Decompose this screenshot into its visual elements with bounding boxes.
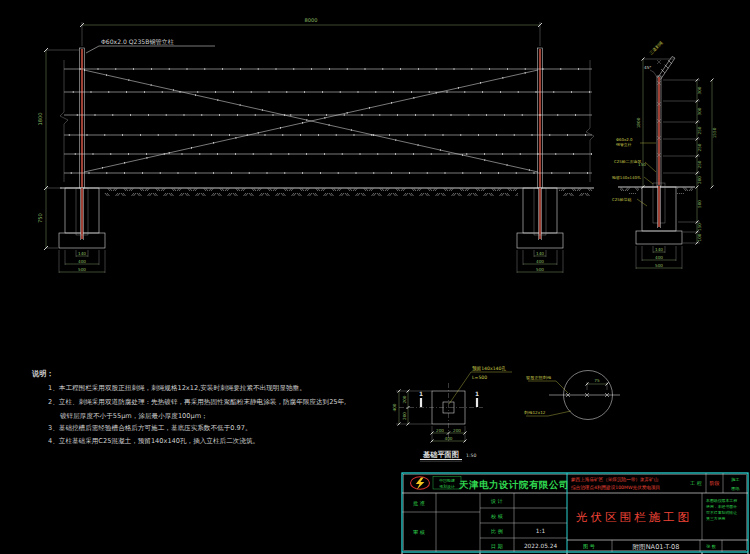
dim-hole-width: 140	[655, 247, 663, 252]
usage-note-4: 第三方使用	[706, 516, 726, 521]
stage-value-2: 图纸	[731, 486, 739, 491]
cad-canvas: 8000 Φ60x2.0 Q235B钢管立柱 1800 750	[0, 0, 750, 554]
notes-title: 说明：	[31, 369, 54, 378]
drawing-title: 光伏区围栏施工图	[576, 510, 692, 524]
label-date: 日 期	[491, 543, 503, 549]
arm-label: 三道刺绳	[648, 40, 664, 56]
project-name-line1: 蒙西上海庙矿区（采煤沉陷一带）废弃矿山	[571, 476, 659, 483]
detail-label-foundation: C25砼基础	[612, 197, 631, 202]
label-approve: 批 准	[413, 500, 425, 507]
label-review: 审 核	[413, 529, 425, 535]
label-stage: 阶段	[709, 480, 719, 486]
post-section-detail: 45° 三道刺绳 300 300 250 250 250 200 500 150…	[612, 40, 717, 269]
note-line-3: 3、基础挖槽后需经验槽合格后方可施工，基底压实系数不低于0.97。	[48, 424, 252, 432]
label-project: 工 程	[690, 480, 702, 486]
company-name: 天津电力设计院有限公司	[458, 479, 569, 490]
ground-hatch	[677, 188, 693, 195]
dim-barb-spacing: 75	[594, 378, 600, 383]
dim-base-width: 500	[78, 267, 86, 272]
cad-drawing-viewport: 8000 Φ60x2.0 Q235B钢管立柱 1800 750	[0, 0, 750, 554]
usage-note-3: 可不得复制或转让	[706, 510, 737, 515]
dim-plan-half: 200	[436, 428, 444, 433]
plan-view-title: 基础平面图	[422, 450, 459, 459]
dim-hole-width: 140	[536, 251, 544, 256]
dim-wire-gap: 250	[697, 126, 702, 134]
dim-wire-gap: 250	[697, 160, 702, 168]
company-logo-icon	[411, 477, 430, 490]
label-scale: 比 例	[491, 528, 503, 535]
diagonal-brace-wires	[84, 70, 538, 172]
dim-plan-half: 200	[402, 395, 407, 403]
dim-base-width: 500	[536, 267, 544, 272]
dim-embed-depth: 750	[37, 213, 43, 223]
detail-label-post-spec2: 钢管立柱	[615, 142, 632, 147]
break-symbol-right	[586, 60, 594, 182]
dim-found-step: 150	[697, 223, 702, 231]
foundation-plan-detail: 1 1 200 200 400 200 200 400 预留140x140孔 L…	[392, 365, 512, 461]
dim-base-depth: 100	[697, 233, 702, 241]
dim-arm-angle: 45°	[644, 65, 651, 70]
dim-plan-half: 200	[453, 428, 461, 433]
scale-value: 1:1	[536, 528, 546, 534]
note-line-2: 2、立柱、刺绳采用双道防腐处理：先热镀锌，再采用热固性聚酯粉末静电涂装，防腐年限…	[48, 398, 346, 406]
date-value: 2022.05.24	[524, 543, 558, 549]
dim-fence-height: 1800	[37, 113, 43, 126]
detail-bottom-dims: 140 400 500	[636, 246, 682, 269]
usage-note-1: 本图纸仅限本工程	[705, 498, 737, 503]
detail-label-hole: 预留140x140孔	[612, 175, 641, 180]
label-design: 设 计	[490, 498, 503, 504]
dim-plan-total: 400	[392, 403, 397, 411]
label-figure-no: 图 号	[583, 543, 595, 549]
post-spec-label: Φ60x2.0 Q235B钢管立柱	[101, 38, 175, 46]
wire-gauge-label: 刺绳12x12	[524, 410, 546, 415]
chain-extension-lines	[663, 80, 700, 243]
plan-leader-depth: L=500	[472, 375, 487, 380]
ground-hatch	[620, 188, 639, 195]
logo-text-top: 中国能建	[439, 478, 455, 483]
label-check: 校 核	[490, 513, 503, 519]
dim-overall-span: 8000	[305, 17, 318, 23]
plan-leader-hole: 预留140x140孔	[472, 365, 506, 372]
title-block: 中国能建 规划设计 天津电力设计院有限公司 批 准 审 核 设 计 校 核 比 …	[402, 473, 748, 554]
dim-base-width: 500	[655, 263, 663, 268]
barbed-wire-detail: 75 双股正扭刺绳 刺绳12x12	[524, 371, 620, 420]
fence-elevation-view: 8000 Φ60x2.0 Q235B钢管立柱 1800 750	[37, 17, 594, 273]
plan-view-scale: 1:50	[466, 453, 476, 458]
dim-plan-total: 400	[445, 436, 453, 441]
dim-found-width: 400	[536, 259, 544, 264]
label-sheet: 张 数	[706, 544, 717, 549]
ground-hatch	[104, 189, 518, 197]
figure-number: 附图NA01-T-08	[633, 543, 680, 551]
dim-found-width: 400	[78, 259, 86, 264]
section-mark-1: 1	[475, 391, 479, 397]
note-line-4: 4、立柱基础采用C25混凝土，预留140x140孔，插入立柱后二次浇筑。	[48, 437, 259, 445]
dim-plan-half: 200	[402, 412, 407, 420]
note-line-2b: 镀锌层厚度不小于55μm，涂层最小厚度100μm；	[59, 412, 208, 420]
stage-value-1: 施工	[731, 477, 739, 482]
dim-wire-gap: 300	[697, 107, 702, 115]
ground-hatch-right	[559, 189, 593, 197]
section-mark-1: 1	[419, 391, 423, 397]
dim-hole-depth: 500	[697, 200, 702, 208]
detail-label-grout: C25砼二次浇筑	[614, 159, 641, 164]
dim-post-height: 1800	[636, 117, 641, 128]
usage-note-2: 使用，未经书面许	[706, 504, 737, 509]
dim-hole-width: 140	[78, 251, 86, 256]
break-symbol-left	[60, 60, 68, 182]
project-name-line2: 综合治理点4利用建设100MW光伏发电项目	[571, 484, 660, 491]
notes-block: 说明： 1、本工程围栏采用双股正扭刺绳，刺绳规格12x12,安装时刺绳要拉紧不出…	[31, 369, 346, 445]
logo-text-bottom: 规划设计	[439, 484, 455, 489]
dim-found-width: 400	[655, 255, 663, 260]
dim-wire-gap: 300	[697, 86, 702, 94]
dim-wire-zone: 1550	[712, 127, 717, 138]
foundation-right: 140 400 500	[517, 188, 563, 273]
dim-wire-gap: 200	[697, 176, 702, 184]
barbed-wires	[64, 69, 592, 173]
note-line-1: 1、本工程围栏采用双股正扭刺绳，刺绳规格12x12,安装时刺绳要拉紧不出现明显弛…	[48, 384, 306, 392]
foundation-left: 140 400 500	[59, 188, 105, 273]
dim-wire-gap: 250	[697, 143, 702, 151]
wire-type-label: 双股正扭刺绳	[526, 375, 552, 380]
